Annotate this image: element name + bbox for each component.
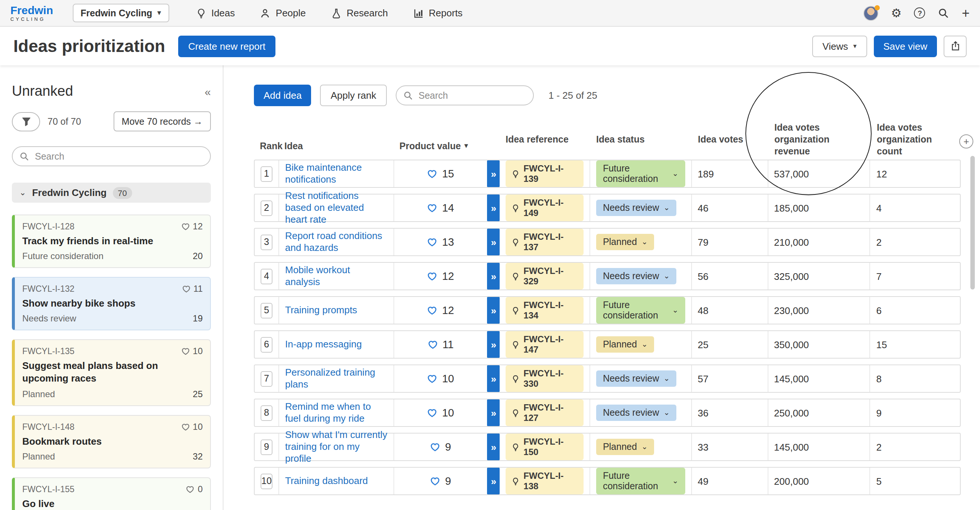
idea-reference-badge[interactable]: FWCYL-I-127 xyxy=(506,399,584,426)
sort-caret-icon[interactable]: ▾ xyxy=(465,142,468,152)
product-value-cell[interactable]: 12 xyxy=(394,263,487,289)
app-logo[interactable]: Fredwin CYCLING xyxy=(10,5,53,22)
promote-strip-button[interactable]: » xyxy=(487,160,500,187)
workspace-group-header[interactable]: ⌄ Fredwin Cycling 70 xyxy=(12,183,211,203)
add-column-icon[interactable]: + xyxy=(959,134,973,148)
filter-button[interactable] xyxy=(12,112,40,131)
status-dropdown[interactable]: Planned ⌄ xyxy=(596,439,654,455)
settings-gear-icon[interactable]: ⚙ xyxy=(891,7,902,19)
search-icon[interactable] xyxy=(938,8,949,19)
idea-reference-badge[interactable]: FWCYL-I-330 xyxy=(506,365,584,392)
idea-reference-badge[interactable]: FWCYL-I-329 xyxy=(506,263,584,289)
column-header-org-count[interactable]: Idea votes organization count xyxy=(871,121,961,158)
rank-badge[interactable]: 7 xyxy=(261,371,272,386)
nav-item-people[interactable]: People xyxy=(260,8,306,19)
quick-add-icon[interactable]: + xyxy=(962,6,970,20)
rank-badge[interactable]: 3 xyxy=(261,234,272,250)
promote-strip-button[interactable]: » xyxy=(487,194,500,221)
nav-item-ideas[interactable]: Ideas xyxy=(196,8,235,19)
promote-strip-button[interactable]: » xyxy=(487,297,500,324)
product-value-cell[interactable]: 9 xyxy=(394,468,487,494)
promote-strip-button[interactable]: » xyxy=(487,468,500,494)
column-header-product-value[interactable]: Product value ▾ xyxy=(393,121,487,158)
product-value-cell[interactable]: 11 xyxy=(394,331,487,358)
idea-link[interactable]: Bike maintenance notifications xyxy=(285,162,387,186)
product-value-cell[interactable]: 10 xyxy=(394,365,487,392)
idea-reference-badge[interactable]: FWCYL-I-149 xyxy=(506,194,584,221)
idea-link[interactable]: Show what I'm currently training for on … xyxy=(285,429,387,465)
promote-strip-button[interactable]: » xyxy=(487,331,500,358)
rank-badge[interactable]: 1 xyxy=(261,166,272,181)
product-value-cell[interactable]: 9 xyxy=(394,434,487,460)
product-value-cell[interactable]: 12 xyxy=(394,297,487,324)
status-dropdown[interactable]: Future consideration ⌄ xyxy=(596,160,685,187)
column-header-idea-status[interactable]: Idea status xyxy=(590,121,692,158)
idea-link[interactable]: Training dashboard xyxy=(285,475,368,487)
status-dropdown[interactable]: Needs review ⌄ xyxy=(596,200,676,216)
status-dropdown[interactable]: Future consideration ⌄ xyxy=(596,297,685,324)
product-value-cell[interactable]: 14 xyxy=(394,194,487,221)
idea-link[interactable]: Rest notifications based on elevated hea… xyxy=(285,190,387,226)
rank-badge[interactable]: 10 xyxy=(261,473,272,489)
org-count-cell: 6 xyxy=(870,297,960,324)
help-icon[interactable]: ? xyxy=(914,8,926,19)
idea-reference-badge[interactable]: FWCYL-I-134 xyxy=(506,297,584,324)
idea-reference-badge[interactable]: FWCYL-I-147 xyxy=(506,331,584,358)
idea-link[interactable]: Mobile workout analysis xyxy=(285,264,387,288)
views-dropdown-button[interactable]: Views ▾ xyxy=(812,35,867,57)
unranked-idea-card[interactable]: FWCYL-I-135 10 Suggest meal plans based … xyxy=(12,340,211,406)
rank-badge[interactable]: 4 xyxy=(261,269,272,284)
user-avatar[interactable] xyxy=(864,6,878,21)
idea-reference-badge[interactable]: FWCYL-I-138 xyxy=(506,468,584,494)
status-dropdown[interactable]: Needs review ⌄ xyxy=(596,370,676,387)
idea-link[interactable]: Report road conditions and hazards xyxy=(285,230,387,254)
idea-link[interactable]: Training prompts xyxy=(285,304,357,317)
product-value-cell[interactable]: 13 xyxy=(394,229,487,255)
rank-badge[interactable]: 2 xyxy=(261,200,272,216)
promote-strip-button[interactable]: » xyxy=(487,434,500,460)
nav-item-reports[interactable]: Reports xyxy=(413,8,463,19)
idea-reference-badge[interactable]: FWCYL-I-139 xyxy=(506,160,584,187)
unranked-idea-card[interactable]: FWCYL-I-155 0 Go live xyxy=(12,477,211,510)
idea-link[interactable]: Personalized training plans xyxy=(285,367,387,391)
unranked-idea-card[interactable]: FWCYL-I-128 12 Track my friends in real-… xyxy=(12,214,211,268)
column-header-org-revenue[interactable]: Idea votes organization revenue xyxy=(768,121,871,158)
column-header-rank[interactable]: Rank xyxy=(254,121,278,158)
status-dropdown[interactable]: Future consideration ⌄ xyxy=(596,468,685,494)
promote-strip-button[interactable]: » xyxy=(487,399,500,426)
sidebar-search-input[interactable] xyxy=(12,146,211,166)
create-report-button[interactable]: Create new report xyxy=(178,35,275,57)
move-records-button[interactable]: Move 70 records → xyxy=(114,111,211,131)
status-dropdown[interactable]: Needs review ⌄ xyxy=(596,405,676,421)
rank-badge[interactable]: 8 xyxy=(261,405,272,421)
vertical-scrollbar[interactable] xyxy=(970,156,975,289)
promote-strip-button[interactable]: » xyxy=(487,365,500,392)
apply-rank-button[interactable]: Apply rank xyxy=(320,85,387,106)
idea-link[interactable]: Remind me when to fuel during my ride xyxy=(285,401,387,425)
product-value-cell[interactable]: 10 xyxy=(394,399,487,426)
column-header-idea-reference[interactable]: Idea reference xyxy=(500,121,590,158)
idea-reference-badge[interactable]: FWCYL-I-137 xyxy=(506,229,584,255)
workspace-selector[interactable]: Fredwin Cycling ▾ xyxy=(72,4,169,22)
collapse-panel-icon[interactable]: « xyxy=(205,85,211,98)
table-search-input[interactable] xyxy=(396,85,534,105)
share-button[interactable] xyxy=(943,35,967,57)
add-idea-button[interactable]: Add idea xyxy=(254,85,312,106)
rank-badge[interactable]: 5 xyxy=(261,302,272,318)
save-view-button[interactable]: Save view xyxy=(874,35,937,57)
unranked-idea-card[interactable]: FWCYL-I-132 11 Show nearby bike shops Ne… xyxy=(12,277,211,330)
unranked-idea-card[interactable]: FWCYL-I-148 10 Bookmark routes Planned 3… xyxy=(12,415,211,468)
promote-strip-button[interactable]: » xyxy=(487,263,500,289)
column-header-idea-votes[interactable]: Idea votes xyxy=(692,121,768,158)
nav-item-research[interactable]: Research xyxy=(331,8,388,19)
rank-badge[interactable]: 9 xyxy=(261,439,272,455)
idea-reference-badge[interactable]: FWCYL-I-150 xyxy=(506,434,584,460)
rank-badge[interactable]: 6 xyxy=(261,337,272,352)
status-dropdown[interactable]: Needs review ⌄ xyxy=(596,268,676,284)
product-value-cell[interactable]: 15 xyxy=(394,160,487,187)
status-dropdown[interactable]: Planned ⌄ xyxy=(596,234,654,250)
promote-strip-button[interactable]: » xyxy=(487,229,500,255)
status-dropdown[interactable]: Planned ⌄ xyxy=(596,336,654,353)
column-header-idea[interactable]: Idea xyxy=(278,121,393,158)
idea-link[interactable]: In-app messaging xyxy=(285,338,362,351)
